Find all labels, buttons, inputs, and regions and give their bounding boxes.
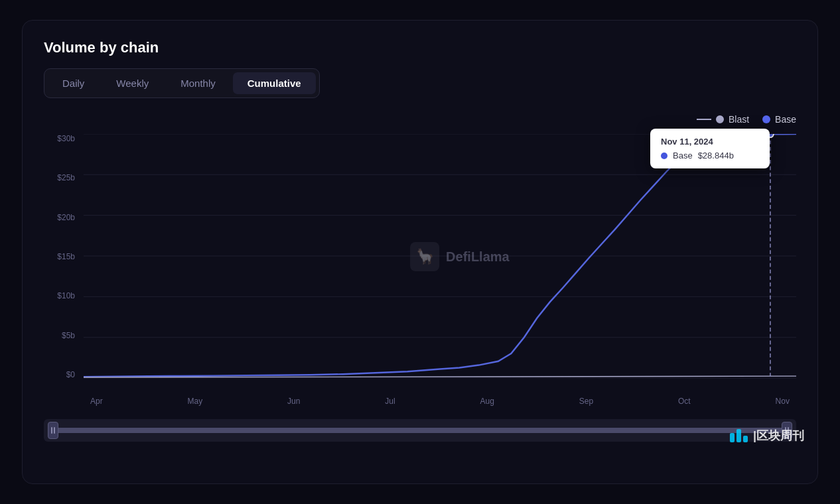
chart-legend: Blast Base [697, 114, 796, 125]
tooltip-chain: Base [673, 151, 693, 160]
x-label-aug: Aug [480, 397, 494, 406]
x-label-sep: Sep [579, 397, 593, 406]
scrollbar-left-bars [51, 427, 55, 434]
branding-watermark: |区块周刊 [730, 428, 804, 444]
chart-svg [84, 134, 796, 379]
volume-by-chain-card: Volume by chain Daily Weekly Monthly Cum… [22, 20, 818, 484]
x-label-may: May [188, 397, 203, 406]
x-label-oct: Oct [678, 397, 691, 406]
scrollbar-left-bar2 [54, 427, 55, 434]
y-label-20b: $20b [57, 213, 75, 222]
y-label-10b: $10b [57, 291, 75, 300]
scrollbar[interactable] [44, 419, 796, 442]
scrollbar-handle-left[interactable] [48, 422, 58, 439]
x-label-nov: Nov [776, 397, 790, 406]
branding-bar-3 [743, 436, 748, 442]
x-label-jun: Jun [287, 397, 300, 406]
tab-cumulative[interactable]: Cumulative [233, 72, 316, 94]
scrollbar-left-bar1 [51, 427, 52, 434]
tooltip-chain-dot [661, 153, 667, 159]
tooltip-value: $28.844b [698, 151, 734, 160]
legend-blast: Blast [697, 114, 749, 125]
blast-legend-label: Blast [729, 114, 749, 125]
base-curve [84, 134, 796, 377]
chart-svg-wrapper: Nov 11, 2024 Base $28.844b 🦙 DefiLlama [84, 134, 796, 379]
branding-label: |区块周刊 [753, 428, 804, 444]
tab-monthly[interactable]: Monthly [166, 72, 230, 94]
y-label-0: $0 [66, 370, 75, 379]
y-label-30b: $30b [57, 134, 75, 143]
x-label-apr: Apr [90, 397, 103, 406]
x-label-jul: Jul [385, 397, 395, 406]
legend-base: Base [762, 114, 796, 125]
branding-bars-icon [730, 429, 748, 442]
tooltip-date: Nov 11, 2024 [661, 137, 759, 147]
base-legend-dot [762, 115, 770, 123]
base-legend-label: Base [775, 114, 796, 125]
blast-legend-line [697, 119, 711, 120]
y-label-5b: $5b [62, 331, 75, 340]
blast-legend-dot [716, 115, 724, 123]
scrollbar-track [50, 428, 790, 433]
tab-weekly[interactable]: Weekly [102, 72, 163, 94]
y-label-15b: $15b [57, 252, 75, 261]
chart-area: Blast Base $30b $25b $20b $15b $10b $5b … [44, 114, 796, 412]
tab-bar: Daily Weekly Monthly Cumulative [44, 68, 320, 98]
x-axis: Apr May Jun Jul Aug Sep Oct Nov [84, 397, 796, 406]
branding-bar-2 [736, 429, 741, 442]
branding-text: 区块周刊 [756, 429, 804, 442]
tooltip-row: Base $28.844b [661, 151, 759, 160]
y-axis: $30b $25b $20b $15b $10b $5b $0 [44, 134, 80, 379]
branding-bar-1 [730, 433, 735, 442]
card-title: Volume by chain [44, 39, 796, 56]
tab-daily[interactable]: Daily [48, 72, 99, 94]
chart-tooltip: Nov 11, 2024 Base $28.844b [650, 129, 770, 168]
scrollbar-thumb[interactable] [50, 428, 790, 433]
y-label-25b: $25b [57, 173, 75, 182]
